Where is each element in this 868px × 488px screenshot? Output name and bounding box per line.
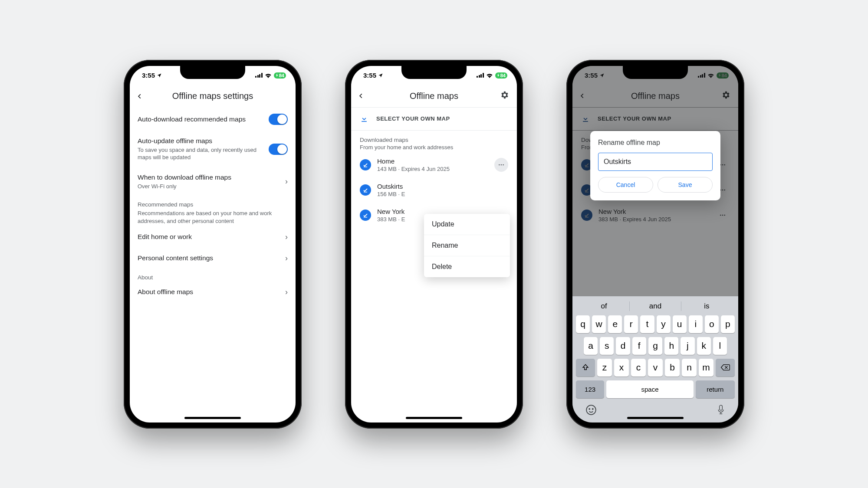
suggestion[interactable]: and (630, 302, 681, 311)
key-m[interactable]: m (699, 359, 713, 377)
key-y[interactable]: y (657, 315, 671, 333)
key-f[interactable]: f (632, 337, 646, 355)
key-g[interactable]: g (648, 337, 662, 355)
numbers-key[interactable]: 123 (576, 380, 604, 398)
section-recommended: Recommended maps Recommendations are bas… (130, 196, 296, 226)
key-e[interactable]: e (608, 315, 622, 333)
key-z[interactable]: z (597, 359, 612, 377)
dialog-title: Rename offline map (598, 139, 713, 147)
setting-personal-content[interactable]: Personal content settings › (130, 248, 296, 269)
settings-button[interactable] (500, 90, 509, 102)
svg-rect-15 (720, 405, 723, 410)
map-item-outskirts[interactable]: Outskirts 156 MB · E (351, 177, 517, 203)
downloaded-badge-icon (360, 159, 371, 170)
key-d[interactable]: d (616, 337, 630, 355)
back-button[interactable] (137, 93, 147, 99)
setting-when-download[interactable]: When to download offline maps Over Wi-Fi… (130, 167, 296, 197)
key-j[interactable]: j (681, 337, 694, 355)
select-own-map-label: SELECT YOUR OWN MAP (376, 115, 450, 122)
key-h[interactable]: h (664, 337, 678, 355)
return-key[interactable]: return (696, 380, 735, 398)
more-options-button[interactable] (494, 158, 508, 172)
home-indicator[interactable] (406, 417, 462, 419)
setting-label: When to download offline maps (138, 174, 285, 181)
home-indicator[interactable] (184, 417, 241, 419)
chevron-right-icon: › (285, 254, 288, 263)
key-t[interactable]: t (640, 315, 654, 333)
toggle-auto-update[interactable] (269, 144, 288, 155)
key-l[interactable]: l (713, 337, 727, 355)
menu-delete[interactable]: Delete (424, 256, 510, 277)
cancel-button[interactable]: Cancel (598, 177, 653, 193)
status-time: 3:55 (363, 72, 376, 79)
home-indicator[interactable] (627, 417, 684, 419)
backspace-key[interactable] (716, 359, 735, 377)
key-c[interactable]: c (631, 359, 646, 377)
space-key[interactable]: space (606, 380, 694, 398)
suggestion[interactable]: is (681, 302, 732, 311)
key-r[interactable]: r (624, 315, 638, 333)
key-i[interactable]: i (689, 315, 703, 333)
key-v[interactable]: v (648, 359, 663, 377)
key-k[interactable]: k (697, 337, 711, 355)
keyboard-row-4: 123 space return (574, 380, 736, 401)
setting-edit-home-work[interactable]: Edit home or work › (130, 226, 296, 248)
key-n[interactable]: n (682, 359, 697, 377)
downloaded-badge-icon (360, 184, 371, 196)
chevron-right-icon: › (285, 233, 288, 242)
svg-point-1 (501, 164, 502, 165)
key-o[interactable]: o (705, 315, 719, 333)
save-button[interactable]: Save (658, 177, 713, 193)
notch (623, 66, 688, 79)
key-s[interactable]: s (600, 337, 614, 355)
shift-key[interactable] (576, 359, 595, 377)
chevron-right-icon: › (285, 288, 288, 297)
cellular-signal-icon (255, 73, 263, 78)
key-w[interactable]: w (592, 315, 606, 333)
menu-update[interactable]: Update (424, 214, 510, 235)
setting-label: Personal content settings (138, 254, 285, 262)
key-x[interactable]: x (614, 359, 629, 377)
battery-icon: 84 (495, 72, 507, 79)
location-arrow-icon (378, 73, 383, 78)
chevron-right-icon: › (285, 177, 288, 186)
microphone-icon[interactable] (717, 404, 725, 416)
suggestion[interactable]: of (579, 302, 629, 311)
backspace-icon (720, 364, 730, 371)
toggle-auto-download[interactable] (269, 114, 288, 125)
back-button[interactable] (358, 93, 368, 99)
setting-auto-update[interactable]: Auto-update offline maps To save you spa… (130, 131, 296, 167)
setting-sublabel: Over Wi-Fi only (138, 183, 285, 190)
setting-label: Auto-download recommended maps (138, 115, 269, 123)
key-b[interactable]: b (665, 359, 680, 377)
key-a[interactable]: a (584, 337, 598, 355)
svg-point-2 (503, 164, 504, 165)
map-name: Outskirts (377, 183, 508, 190)
dots-horizontal-icon (498, 161, 505, 168)
emoji-icon[interactable] (585, 404, 597, 416)
menu-rename[interactable]: Rename (424, 235, 510, 256)
key-q[interactable]: q (576, 315, 590, 333)
notch (401, 66, 467, 79)
map-meta: 156 MB · E (377, 191, 508, 197)
context-menu: Update Rename Delete (424, 214, 510, 277)
page-title: Offline maps settings (130, 91, 296, 101)
setting-about-offline-maps[interactable]: About offline maps › (130, 282, 296, 303)
setting-auto-download[interactable]: Auto-download recommended maps (130, 108, 296, 131)
shift-icon (582, 364, 589, 371)
key-u[interactable]: u (673, 315, 687, 333)
rename-input[interactable] (598, 153, 713, 171)
key-p[interactable]: p (721, 315, 735, 333)
svg-point-12 (586, 405, 596, 415)
downloaded-maps-header: Downloaded maps From your home and work … (351, 131, 517, 152)
keyboard: of and is q w e r t y u i o p a s (572, 296, 738, 422)
map-name: Home (377, 157, 488, 165)
wifi-icon (265, 73, 272, 78)
select-own-map-button[interactable]: SELECT YOUR OWN MAP (351, 108, 517, 131)
keyboard-row-3: z x c v b n m (574, 359, 736, 380)
download-icon (360, 115, 368, 123)
map-item-home[interactable]: Home 143 MB · Expires 4 Jun 2025 (351, 152, 517, 177)
keyboard-suggestions: of and is (574, 300, 736, 315)
setting-label: Edit home or work (138, 233, 285, 241)
keyboard-row-2: a s d f g h j k l (574, 337, 736, 359)
